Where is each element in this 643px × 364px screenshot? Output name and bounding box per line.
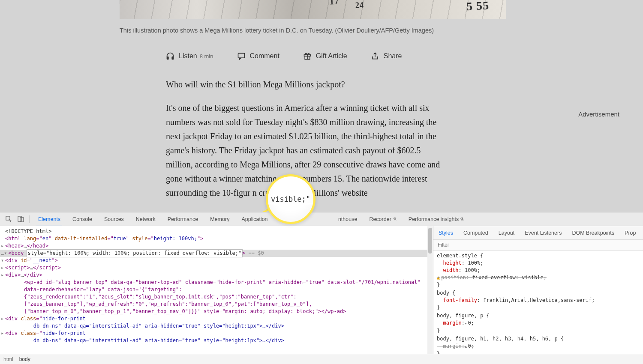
comment-button[interactable]: Comment bbox=[237, 52, 279, 60]
styles-rules[interactable]: element.style { height: 100%; width: 100… bbox=[433, 251, 643, 354]
dom-line[interactable]: ▾<div id="__next"> bbox=[0, 257, 433, 264]
devtools-tabs: Elements Console Sources Network Perform… bbox=[0, 212, 643, 226]
advertisement-label: Advertisement bbox=[578, 110, 619, 118]
inspect-tool-icon[interactable] bbox=[5, 215, 12, 223]
dom-line[interactable]: ▸<head>…</head> bbox=[0, 242, 433, 250]
tab-network[interactable]: Network bbox=[130, 212, 162, 226]
devtools-panel: Elements Console Sources Network Perform… bbox=[0, 212, 643, 364]
styles-filter-input[interactable] bbox=[433, 240, 643, 250]
tab-properties[interactable]: Prop bbox=[619, 226, 641, 240]
crumb-html[interactable]: html bbox=[3, 356, 13, 362]
tab-application[interactable]: Application bbox=[235, 212, 273, 226]
css-rule[interactable]: body, figure, p { margin:▸0; } bbox=[437, 312, 640, 334]
ticket-number: 24 bbox=[355, 0, 364, 10]
dom-line[interactable]: ▸<script>…</script> bbox=[0, 264, 433, 272]
svg-rect-2 bbox=[238, 53, 244, 58]
styles-filter bbox=[433, 240, 643, 251]
style-edit-box[interactable]: style="height: 100%; width: 100%; positi… bbox=[27, 250, 243, 257]
tab-styles[interactable]: Styles bbox=[433, 226, 458, 240]
tab-lighthouse-partial[interactable]: nthouse bbox=[332, 212, 363, 226]
tab-recorder-label: Recorder bbox=[369, 216, 391, 222]
dom-line[interactable]: db dn-ns" data-qa="interstitial-ad" aria… bbox=[0, 322, 433, 330]
article-hero-image: 17 24 5 55 bbox=[120, 0, 506, 19]
svg-rect-0 bbox=[167, 57, 168, 60]
gift-label: Gift Article bbox=[316, 52, 347, 60]
dom-line[interactable]: dn db-ns" data-qa="interstitial-ad" aria… bbox=[0, 337, 433, 344]
dom-line[interactable]: ▸<div class="hide-for-print bbox=[0, 315, 433, 322]
scrollbar-vertical[interactable] bbox=[427, 226, 433, 354]
tab-performance-insights[interactable]: Performance insights⚗ bbox=[403, 212, 470, 226]
gift-button[interactable]: Gift Article bbox=[303, 52, 347, 60]
devtools-body: <!DOCTYPE html> <html lang="en" data-lt-… bbox=[0, 226, 643, 354]
share-icon bbox=[371, 52, 379, 60]
tab-memory[interactable]: Memory bbox=[204, 212, 235, 226]
dom-line[interactable]: <!DOCTYPE html> bbox=[0, 228, 433, 235]
dom-tree-panel[interactable]: <!DOCTYPE html> <html lang="en" data-lt-… bbox=[0, 226, 433, 354]
ticket-number: 5 55 bbox=[466, 0, 490, 13]
tab-recorder[interactable]: Recorder⚗ bbox=[363, 212, 402, 226]
experimental-icon: ⚗ bbox=[460, 217, 464, 221]
dom-line[interactable]: ▸<div>…</div> bbox=[0, 272, 433, 279]
styles-panel: Styles Computed Layout Event Listeners D… bbox=[433, 226, 643, 354]
dom-line[interactable]: <wp-ad id="slug_banner_top" data-qa="ban… bbox=[0, 279, 433, 315]
tab-computed[interactable]: Computed bbox=[458, 226, 493, 240]
dom-line[interactable]: ▸<div class="hide-for-print bbox=[0, 330, 433, 337]
ticket-number: 17 bbox=[329, 0, 339, 7]
tab-elements[interactable]: Elements bbox=[32, 212, 66, 226]
experimental-icon: ⚗ bbox=[393, 217, 397, 221]
device-toggle-icon[interactable] bbox=[17, 215, 24, 223]
share-button[interactable]: Share bbox=[371, 52, 402, 60]
comment-label: Comment bbox=[250, 52, 279, 60]
magnifier-callout: visible;" bbox=[266, 174, 315, 224]
webpage-viewport: 17 24 5 55 This illustration photo shows… bbox=[0, 0, 643, 212]
gift-icon bbox=[303, 52, 312, 60]
article-lead: Who will win the $1 billion Mega Million… bbox=[166, 78, 449, 92]
comment-icon bbox=[237, 52, 246, 60]
styles-tabs: Styles Computed Layout Event Listeners D… bbox=[433, 226, 643, 240]
share-label: Share bbox=[384, 52, 402, 60]
tab-perf-insights-label: Performance insights bbox=[409, 216, 459, 222]
svg-rect-1 bbox=[172, 57, 173, 60]
scroll-thumb[interactable] bbox=[428, 228, 432, 254]
tab-layout[interactable]: Layout bbox=[493, 226, 520, 240]
listen-duration: 8 min bbox=[200, 53, 213, 60]
dom-line-selected[interactable]: …▾<body style="height: 100%; width: 100%… bbox=[0, 250, 433, 257]
listen-label: Listen bbox=[179, 52, 197, 60]
listen-button[interactable]: Listen 8 min bbox=[166, 52, 213, 60]
headphones-icon bbox=[166, 52, 174, 60]
tab-event-listeners[interactable]: Event Listeners bbox=[520, 226, 567, 240]
image-caption: This illustration photo shows a Mega Mil… bbox=[120, 27, 506, 34]
tab-performance[interactable]: Performance bbox=[162, 212, 204, 226]
breadcrumbs: html body bbox=[0, 354, 643, 364]
dom-line[interactable]: <html lang="en" data-lt-installed="true"… bbox=[0, 235, 433, 242]
tab-dom-breakpoints[interactable]: DOM Breakpoints bbox=[567, 226, 619, 240]
css-rule[interactable]: body { font-family: Franklin,Arial,Helve… bbox=[437, 289, 640, 311]
tab-sources[interactable]: Sources bbox=[98, 212, 130, 226]
css-rule[interactable]: element.style { height: 100%; width: 100… bbox=[437, 252, 640, 289]
warning-icon: ▲ bbox=[437, 274, 440, 280]
tab-console[interactable]: Console bbox=[66, 212, 98, 226]
css-rule[interactable]: body, figure, h1, h2, h3, h4, h5, h6, p … bbox=[437, 335, 640, 354]
crumb-body[interactable]: body bbox=[19, 356, 30, 362]
svg-rect-8 bbox=[18, 216, 21, 221]
magnifier-text: visible;" bbox=[270, 194, 312, 204]
article-column: 17 24 5 55 This illustration photo shows… bbox=[120, 0, 506, 209]
article-actions-bar: Listen 8 min Comment Gift Article Share bbox=[166, 52, 506, 60]
divider bbox=[29, 215, 30, 223]
